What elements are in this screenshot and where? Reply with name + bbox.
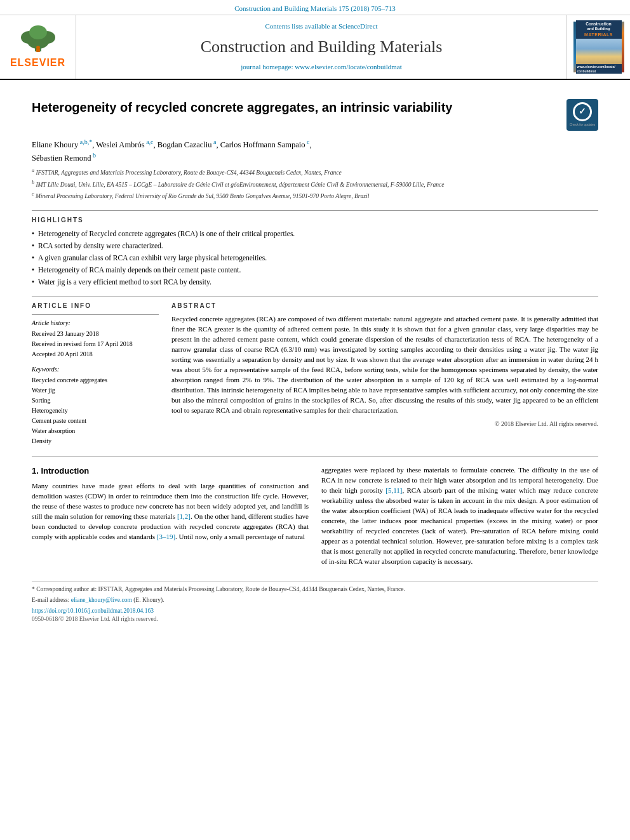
article-info-col: ARTICLE INFO Article history: Received 2…: [32, 302, 159, 447]
ref-3-19[interactable]: [3–19]: [157, 533, 175, 540]
keyword-1: Recycled concrete aggregates: [32, 376, 159, 385]
page: Construction and Building Materials 175 …: [0, 0, 630, 840]
affil-3-sup: c: [32, 191, 34, 197]
abstract-col: ABSTRACT Recycled concrete aggregates (R…: [171, 302, 598, 447]
received-date: Received 23 January 2018: [32, 330, 159, 338]
revised-date: Received in revised form 17 April 2018: [32, 340, 159, 349]
intro-left-text: Many countries have made great efforts t…: [32, 481, 309, 542]
history-label: Article history:: [32, 319, 159, 328]
highlight-4: Heterogeneity of RCA mainly depends on t…: [32, 265, 598, 275]
svg-point-4: [29, 25, 47, 39]
elsevier-logo: ELSEVIER: [10, 23, 67, 70]
journal-citation: Construction and Building Materials 175 …: [234, 4, 396, 12]
abstract-text: Recycled concrete aggregates (RCA) are c…: [171, 314, 598, 415]
ref-1-2[interactable]: [1,2]: [177, 512, 191, 520]
highlight-3: A given granular class of RCA can exhibi…: [32, 253, 598, 263]
keyword-7: Density: [32, 437, 159, 446]
affil-2-sup: b: [32, 180, 34, 185]
elsevier-tree-icon: [10, 23, 67, 54]
info-line: [32, 314, 159, 315]
article-title-section: Heterogeneity of recycled concrete aggre…: [32, 99, 598, 131]
section-divider-1: [32, 210, 598, 211]
author-2-sup: a,c: [145, 138, 154, 145]
highlight-5: Water jig is a very efficient method to …: [32, 277, 598, 287]
article-footer: * Corresponding author at: IFSTTAR, Aggr…: [32, 581, 598, 624]
accepted-date: Accepted 20 April 2018: [32, 350, 159, 359]
highlight-2: RCA sorted by density were characterized…: [32, 241, 598, 251]
affil-2-text: IMT Lille Douai, Univ. Lille, EA 4515 – …: [36, 182, 444, 188]
article-info-abstract-layout: ARTICLE INFO Article history: Received 2…: [32, 302, 598, 447]
journal-header: ELSEVIER Contents lists available at Sci…: [0, 15, 630, 79]
highlights-label: HIGHLIGHTS: [32, 216, 598, 225]
intro-right-col: aggregates were replaced by these materi…: [321, 465, 598, 570]
footer-star-note: * Corresponding author at: IFSTTAR, Aggr…: [32, 585, 598, 594]
elsevier-wordmark: ELSEVIER: [10, 56, 65, 70]
author-5-name: Sébastien Remond: [32, 154, 91, 163]
check-for-updates-badge: ✓ Check for updates: [566, 99, 598, 131]
keyword-3: Sorting: [32, 396, 159, 405]
author-3-name: Bogdan Cazacliu: [158, 140, 212, 149]
abstract-label: ABSTRACT: [171, 302, 598, 310]
cover-line2: and Building: [577, 27, 620, 32]
footer-email-link[interactable]: eliane_khoury@live.com: [71, 597, 132, 603]
body-two-col-layout: 1. Introduction Many countries have made…: [32, 465, 598, 570]
footer-issn: 0950-0618/© 2018 Elsevier Ltd. All right…: [32, 615, 598, 623]
affil-3: c Mineral Processing Laboratory, Federal…: [32, 190, 598, 201]
check-updates-label: Check for updates: [570, 123, 596, 127]
homepage-label: journal homepage: www.elsevier.com/locat…: [241, 63, 401, 70]
keyword-6: Water absorption: [32, 427, 159, 436]
homepage-line: journal homepage: www.elsevier.com/locat…: [241, 62, 401, 72]
cover-line3: MATERIALS: [577, 32, 620, 37]
author-4-name: Carlos Hoffmann Sampaio: [220, 140, 305, 149]
keyword-2: Water jig: [32, 386, 159, 395]
journal-top-bar: Construction and Building Materials 175 …: [0, 0, 630, 15]
keyword-5: Cement paste content: [32, 417, 159, 425]
contents-line: Contents lists available at ScienceDirec…: [265, 22, 377, 31]
main-content: Heterogeneity of recycled concrete aggre…: [0, 80, 630, 637]
abstract-section: ABSTRACT Recycled concrete aggregates (R…: [171, 302, 598, 428]
cover-line1: Construction: [577, 22, 620, 27]
keyword-4: Heterogeneity: [32, 406, 159, 415]
intro-right-text: aggregates were replaced by these materi…: [321, 465, 598, 566]
copyright-line: © 2018 Elsevier Ltd. All rights reserved…: [171, 420, 598, 429]
contents-label: Contents lists available at: [265, 22, 337, 30]
article-title: Heterogeneity of recycled concrete aggre…: [32, 99, 559, 116]
body-section: 1. Introduction Many countries have made…: [32, 465, 598, 570]
footer-email: E-mail address: eliane_khoury@live.com (…: [32, 596, 598, 604]
affiliations: a IFSTTAR, Aggregates and Materials Proc…: [32, 167, 598, 201]
elsevier-logo-area: ELSEVIER: [0, 15, 76, 78]
svg-rect-6: [36, 49, 40, 52]
article-info-label: ARTICLE INFO: [32, 302, 159, 310]
affil-3-text: Mineral Processing Laboratory, Federal U…: [36, 193, 369, 199]
intro-title: 1. Introduction: [32, 465, 309, 477]
journal-cover-thumbnail: Construction and Building MATERIALS www.…: [573, 22, 624, 72]
ref-5-11[interactable]: [5,11]: [385, 486, 402, 494]
section-divider-2: [32, 296, 598, 297]
highlights-section: HIGHLIGHTS Heterogeneity of Recycled con…: [32, 216, 598, 287]
affil-1: a IFSTTAR, Aggregates and Materials Proc…: [32, 167, 598, 177]
check-icon: ✓: [573, 102, 592, 121]
affil-1-text: IFSTTAR, Aggregates and Materials Proces…: [36, 170, 341, 177]
journal-header-center: Contents lists available at ScienceDirec…: [76, 15, 566, 78]
footer-doi[interactable]: https://doi.org/10.1016/j.conbuildmat.20…: [32, 607, 598, 615]
author-5-sup: b: [91, 152, 96, 159]
intro-left-col: 1. Introduction Many countries have made…: [32, 465, 309, 570]
section-divider-3: [32, 456, 598, 457]
journal-cover-area: Construction and Building MATERIALS www.…: [566, 15, 630, 78]
affil-2: b IMT Lille Douai, Univ. Lille, EA 4515 …: [32, 179, 598, 189]
author-2-name: Weslei Ambrós: [96, 140, 144, 149]
author-4-sup: c: [305, 138, 310, 145]
keywords-label: Keywords:: [32, 365, 159, 374]
article-info: ARTICLE INFO Article history: Received 2…: [32, 302, 159, 446]
journal-title: Construction and Building Materials: [201, 36, 443, 58]
sciencedirect-label[interactable]: ScienceDirect: [338, 22, 378, 30]
authors-line: Eliane Khoury a,b,*, Weslei Ambrós a,c, …: [32, 137, 598, 165]
affil-1-sup: a: [32, 168, 34, 173]
author-1-name: Eliane Khoury: [32, 140, 78, 149]
highlight-1: Heterogeneity of Recycled concrete aggre…: [32, 229, 598, 239]
author-1-sup: a,b,*: [78, 138, 92, 145]
author-3-sup: a: [212, 138, 217, 145]
